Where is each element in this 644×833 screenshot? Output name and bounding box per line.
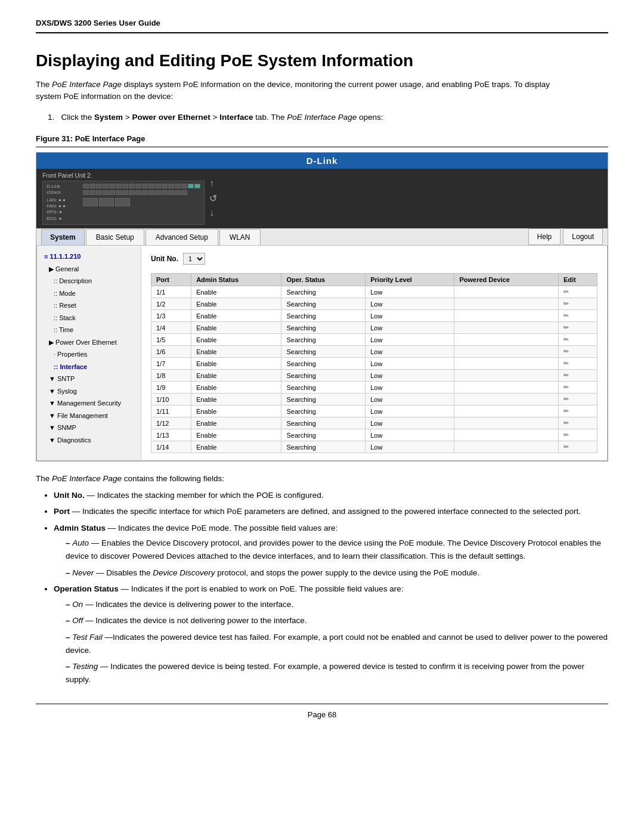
- cell-powered: [454, 334, 558, 346]
- field-port: Port — Indicates the specific interface …: [54, 505, 608, 518]
- edit-icon[interactable]: ✏: [564, 407, 569, 414]
- cell-admin: Enable: [191, 441, 281, 453]
- sidebar-item-interface[interactable]: :: Interface: [37, 361, 141, 373]
- nav-help[interactable]: Help: [528, 228, 561, 245]
- edit-icon[interactable]: ✏: [564, 288, 569, 295]
- col-powered-device: Powered Device: [454, 274, 558, 286]
- sidebar-item-time[interactable]: :: Time: [37, 324, 141, 336]
- unit-select[interactable]: 1: [183, 253, 205, 265]
- col-priority-level: Priority Level: [366, 274, 454, 286]
- edit-icon[interactable]: ✏: [564, 443, 569, 450]
- cell-edit[interactable]: ✏: [558, 346, 597, 358]
- cell-admin: Enable: [191, 286, 281, 298]
- cell-priority: Low: [366, 298, 454, 310]
- cell-edit[interactable]: ✏: [558, 405, 597, 417]
- nav-tab-basic-setup[interactable]: Basic Setup: [86, 229, 144, 245]
- table-row: 1/9EnableSearchingLow✏: [151, 382, 597, 394]
- cell-oper: Searching: [281, 298, 366, 310]
- page-footer: Page 68: [36, 704, 608, 719]
- cell-oper: Searching: [281, 358, 366, 370]
- sidebar-item-sntp[interactable]: ▼ SNTP: [37, 373, 141, 385]
- cell-edit[interactable]: ✏: [558, 382, 597, 394]
- edit-icon[interactable]: ✏: [564, 360, 569, 367]
- edit-icon[interactable]: ✏: [564, 336, 569, 343]
- sidebar-item-description[interactable]: :: Description: [37, 275, 141, 287]
- cell-admin: Enable: [191, 382, 281, 394]
- table-row: 1/7EnableSearchingLow✏: [151, 358, 597, 370]
- nav-bar: System Basic Setup Advanced Setup WLAN H…: [36, 228, 608, 246]
- nav-logout[interactable]: Logout: [563, 228, 603, 245]
- cell-edit[interactable]: ✏: [558, 429, 597, 441]
- front-panel-label: Front Panel Unit 2:: [42, 172, 205, 179]
- cell-powered: [454, 382, 558, 394]
- cell-powered: [454, 441, 558, 453]
- sidebar-item-mgmt-security[interactable]: ▼ Management Security: [37, 397, 141, 410]
- edit-icon[interactable]: ✏: [564, 419, 569, 426]
- cell-powered: [454, 394, 558, 405]
- cell-port: 1/7: [151, 358, 191, 370]
- admin-status-never: Never — Disables the Device Discovery pr…: [66, 566, 608, 580]
- fields-list: Unit No. — Indicates the stacking member…: [54, 489, 608, 686]
- sidebar-item-syslog[interactable]: ▼ Syslog: [37, 385, 141, 398]
- sidebar-item-mode[interactable]: :: Mode: [37, 287, 141, 300]
- cell-edit[interactable]: ✏: [558, 358, 597, 370]
- cell-oper: Searching: [281, 429, 366, 441]
- cell-priority: Low: [366, 334, 454, 346]
- cell-port: 1/1: [151, 286, 191, 298]
- nav-tab-wlan[interactable]: WLAN: [219, 229, 261, 245]
- cell-port: 1/11: [151, 405, 191, 417]
- cell-port: 1/4: [151, 322, 191, 334]
- cell-powered: [454, 429, 558, 441]
- cell-oper: Searching: [281, 346, 366, 358]
- edit-icon[interactable]: ✏: [564, 431, 569, 438]
- sidebar-item-general[interactable]: ▶ General: [37, 263, 141, 275]
- cell-oper: Searching: [281, 310, 366, 322]
- cell-edit[interactable]: ✏: [558, 370, 597, 382]
- main-content-area: ≡ 11.1.1.210 ▶ General :: Description ::…: [36, 246, 608, 461]
- edit-icon[interactable]: ✏: [564, 348, 569, 355]
- cell-priority: Low: [366, 310, 454, 322]
- cell-port: 1/13: [151, 429, 191, 441]
- sidebar-item-snmp[interactable]: ▼ SNMP: [37, 422, 141, 434]
- edit-icon[interactable]: ✏: [564, 312, 569, 319]
- cell-edit[interactable]: ✏: [558, 334, 597, 346]
- cell-edit[interactable]: ✏: [558, 441, 597, 453]
- cell-admin: Enable: [191, 417, 281, 429]
- edit-icon[interactable]: ✏: [564, 383, 569, 391]
- col-port: Port: [151, 274, 191, 286]
- sidebar-item-properties[interactable]: · Properties: [37, 348, 141, 361]
- edit-icon[interactable]: ✏: [564, 300, 569, 307]
- cell-edit[interactable]: ✏: [558, 417, 597, 429]
- field-admin-status: Admin Status — Indicates the device PoE …: [54, 522, 608, 579]
- admin-status-sublist: Auto — Enables the Device Discovery prot…: [66, 537, 608, 579]
- cell-edit[interactable]: ✏: [558, 298, 597, 310]
- edit-icon[interactable]: ✏: [564, 371, 569, 379]
- sidebar-item-diagnostics[interactable]: ▼ Diagnostics: [37, 434, 141, 447]
- field-operation-status: Operation Status — Indicates if the port…: [54, 583, 608, 686]
- cell-oper: Searching: [281, 286, 366, 298]
- nav-system[interactable]: System: [41, 229, 85, 245]
- cell-port: 1/12: [151, 417, 191, 429]
- cell-oper: Searching: [281, 382, 366, 394]
- sidebar-item-poe[interactable]: ▶ Power Over Ethernet: [37, 336, 141, 349]
- oper-status-testing: Testing — Indicates the powered device i…: [66, 660, 608, 686]
- sidebar-ip: ≡ 11.1.1.210: [37, 250, 141, 263]
- cell-priority: Low: [366, 370, 454, 382]
- cell-powered: [454, 417, 558, 429]
- cell-edit[interactable]: ✏: [558, 322, 597, 334]
- sidebar-item-stack[interactable]: :: Stack: [37, 312, 141, 324]
- device-box: D-Link xStack LAN: ● ● FAN: ● ● RPS: ● B…: [42, 181, 205, 225]
- edit-icon[interactable]: ✏: [564, 395, 569, 402]
- cell-edit[interactable]: ✏: [558, 394, 597, 405]
- oper-status-on: On — Indicates the device is delivering …: [66, 598, 608, 611]
- cell-admin: Enable: [191, 298, 281, 310]
- cell-admin: Enable: [191, 310, 281, 322]
- cell-edit[interactable]: ✏: [558, 286, 597, 298]
- table-row: 1/6EnableSearchingLow✏: [151, 346, 597, 358]
- sidebar-item-reset[interactable]: :: Reset: [37, 299, 141, 312]
- nav-tab-advanced-setup[interactable]: Advanced Setup: [145, 229, 218, 245]
- edit-icon[interactable]: ✏: [564, 324, 569, 331]
- cell-edit[interactable]: ✏: [558, 310, 597, 322]
- unit-row: Unit No. 1: [151, 253, 597, 265]
- sidebar-item-file-mgmt[interactable]: ▼ File Management: [37, 410, 141, 422]
